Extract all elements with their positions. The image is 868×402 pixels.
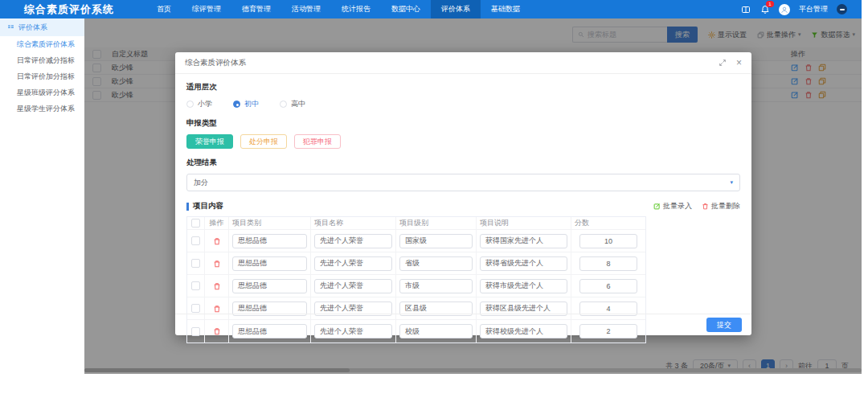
notification-badge: 1 — [766, 1, 774, 7]
item-row: 思想品德 先进个人荣誉 国家级 获得国家先进个人 10 — [187, 230, 645, 252]
select-all-checkbox[interactable] — [191, 219, 200, 228]
radio-icon — [186, 100, 194, 108]
content-label: 项目内容 — [193, 201, 223, 211]
nav-item-basedata[interactable]: 基础数据 — [481, 0, 530, 18]
user-name[interactable]: 平台管理 — [799, 4, 828, 14]
desc-input[interactable]: 获得省级先进个人 — [480, 256, 567, 271]
item-row: 思想品德 先进个人荣誉 省级 获得省级先进个人 8 — [187, 252, 645, 275]
batch-import-label: 批量录入 — [663, 201, 692, 211]
category-input[interactable]: 思想品德 — [232, 256, 307, 271]
content-section-header: 项目内容 批量录入 批量删除 — [186, 201, 740, 211]
desc-input[interactable]: 获得市级先进个人 — [480, 279, 567, 293]
radio-label: 初中 — [244, 99, 259, 109]
type-button-punishment[interactable]: 处分申报 — [240, 134, 287, 149]
row-checkbox[interactable] — [191, 259, 200, 268]
score-input[interactable]: 10 — [579, 234, 637, 248]
evaluation-system-modal: 综合素质评价体系 × 适用层次 小学 初中 高中 — [175, 52, 751, 335]
type-button-group: 荣誉申报 处分申报 犯罪申报 — [186, 134, 740, 149]
nav-item-activity[interactable]: 活动管理 — [281, 0, 331, 18]
batch-import-link[interactable]: 批量录入 — [653, 201, 692, 211]
radio-primary-school[interactable]: 小学 — [186, 99, 212, 109]
modal-header: 综合素质评价体系 × — [175, 52, 751, 74]
level-input[interactable]: 省级 — [399, 256, 473, 271]
top-navbar: 综合素质评价系统 首页 综评管理 德育管理 活动管理 统计报告 数据中心 评价体… — [0, 0, 862, 18]
pencil-square-icon — [653, 203, 661, 210]
category-input[interactable]: 思想品德 — [232, 234, 307, 248]
delete-icon[interactable] — [213, 282, 221, 290]
sidebar-item-comprehensive[interactable]: 综合素质评价体系 — [0, 36, 84, 52]
radio-label: 高中 — [291, 99, 305, 109]
result-select[interactable]: 加分 ▾ — [186, 174, 740, 191]
sidebar: 评价体系 综合素质评价体系 日常评价减分指标 日常评价加分指标 星级班级评分体系… — [0, 18, 84, 374]
level-input[interactable]: 国家级 — [399, 234, 473, 248]
name-input[interactable]: 先进个人荣誉 — [314, 279, 392, 293]
col-header-action: 操作 — [205, 217, 229, 230]
radio-label: 小学 — [198, 99, 212, 109]
row-checkbox[interactable] — [191, 304, 200, 313]
radio-middle-school[interactable]: 初中 — [233, 99, 259, 109]
sidebar-item-daily-plus[interactable]: 日常评价加分指标 — [0, 68, 84, 84]
type-button-offense[interactable]: 犯罪申报 — [294, 134, 341, 149]
items-table-header: 操作 项目类别 项目名称 项目级别 项目说明 分数 — [187, 217, 645, 230]
app-logo: 综合素质评价系统 — [0, 2, 135, 17]
modal-footer: 提交 — [175, 314, 751, 335]
notification-bell-icon[interactable]: 1 — [760, 4, 770, 14]
score-input[interactable]: 6 — [579, 279, 637, 293]
result-select-value: 加分 — [194, 178, 208, 188]
item-row: 思想品德 先进个人荣誉 市级 获得市级先进个人 6 — [187, 275, 645, 297]
desc-input[interactable]: 获得国家先进个人 — [480, 234, 567, 248]
type-button-honor[interactable]: 荣誉申报 — [186, 134, 233, 149]
user-avatar[interactable] — [779, 4, 790, 15]
sidebar-item-star-class[interactable]: 星级班级评分体系 — [0, 84, 84, 100]
col-header-category: 项目类别 — [229, 217, 311, 230]
menu-grid-icon — [7, 24, 14, 31]
nav-item-datacenter[interactable]: 数据中心 — [381, 0, 431, 18]
nav-menu: 首页 综评管理 德育管理 活动管理 统计报告 数据中心 评价体系 基础数据 — [146, 0, 530, 18]
delete-icon[interactable] — [213, 260, 221, 268]
level-input[interactable]: 市级 — [399, 279, 473, 293]
radio-icon — [280, 100, 287, 108]
batch-delete-label: 批量删除 — [711, 201, 740, 211]
submit-button[interactable]: 提交 — [706, 318, 742, 332]
nav-item-zongping[interactable]: 综评管理 — [182, 0, 231, 18]
nav-item-report[interactable]: 统计报告 — [331, 0, 381, 18]
col-header-level: 项目级别 — [396, 217, 477, 230]
col-header-score: 分数 — [571, 217, 645, 230]
level-radio-group: 小学 初中 高中 — [186, 99, 740, 109]
delete-icon[interactable] — [213, 305, 221, 313]
nav-item-evaluation-system[interactable]: 评价体系 — [431, 0, 481, 18]
result-label: 处理结果 — [186, 158, 740, 168]
score-input[interactable]: 8 — [579, 256, 637, 271]
main-content: 搜索标题 搜索 显示设置 批量操作 ▾ 数据筛选 ▾ 自定义标题 操作 欧 — [84, 18, 862, 374]
modal-title: 综合素质评价体系 — [185, 58, 246, 68]
sidebar-root-label: 评价体系 — [18, 23, 47, 33]
chevron-down-icon: ▾ — [730, 179, 733, 186]
level-label: 适用层次 — [186, 82, 740, 92]
nav-item-deyu[interactable]: 德育管理 — [231, 0, 281, 18]
name-input[interactable]: 先进个人荣誉 — [314, 256, 392, 271]
radio-checked-icon — [233, 100, 240, 108]
category-input[interactable]: 思想品德 — [232, 279, 307, 293]
navbar-right: 1 平台管理 — [740, 4, 862, 15]
type-label: 申报类型 — [186, 118, 740, 129]
section-accent-bar — [186, 203, 189, 211]
row-checkbox[interactable] — [191, 281, 200, 290]
row-checkbox[interactable] — [191, 236, 200, 245]
nav-item-home[interactable]: 首页 — [146, 0, 182, 18]
trash-icon — [702, 203, 709, 210]
sidebar-root-evaluation[interactable]: 评价体系 — [0, 18, 84, 36]
delete-icon[interactable] — [213, 237, 221, 245]
col-header-name: 项目名称 — [311, 217, 396, 230]
layout-icon[interactable] — [740, 4, 751, 14]
close-icon[interactable]: × — [736, 58, 742, 68]
name-input[interactable]: 先进个人荣誉 — [314, 234, 392, 248]
expand-icon[interactable] — [719, 59, 727, 67]
sidebar-item-star-student[interactable]: 星级学生评分体系 — [0, 100, 84, 117]
floating-widget-icon[interactable] — [837, 4, 847, 14]
batch-delete-link[interactable]: 批量删除 — [702, 201, 740, 211]
radio-high-school[interactable]: 高中 — [280, 99, 305, 109]
modal-body: 适用层次 小学 初中 高中 申报类型 荣誉申报 处分申报 犯罪 — [175, 73, 751, 314]
sidebar-item-daily-minus[interactable]: 日常评价减分指标 — [0, 52, 84, 68]
col-header-desc: 项目说明 — [477, 217, 571, 230]
